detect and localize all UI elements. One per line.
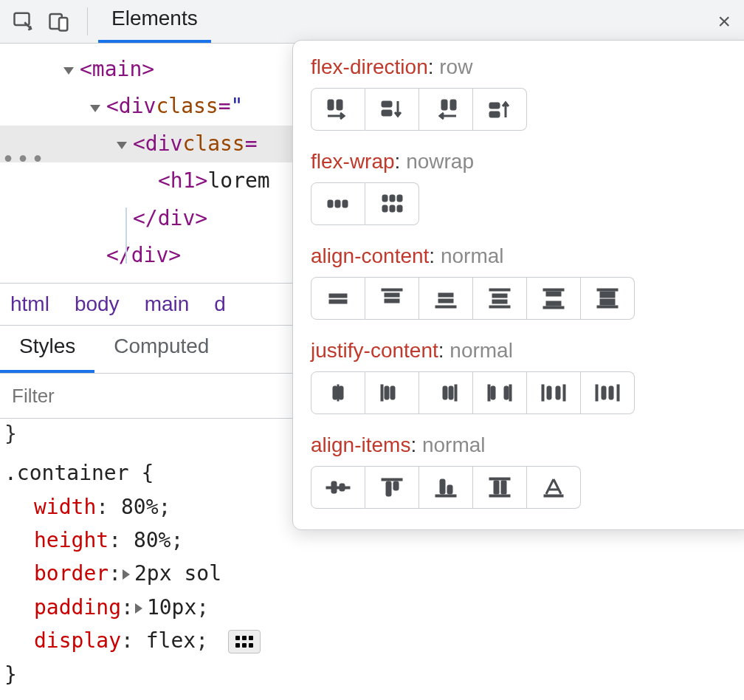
- section-justify-content: justify-content: normal: [311, 339, 739, 414]
- align-content-stretch[interactable]: [581, 277, 635, 320]
- disclosure-triangle-icon[interactable]: [90, 105, 100, 112]
- justify-content-center[interactable]: [311, 371, 365, 414]
- flex-direction-row[interactable]: [311, 88, 365, 131]
- crumb-div[interactable]: d: [214, 292, 226, 316]
- svg-rect-55: [488, 385, 490, 401]
- svg-rect-61: [556, 386, 560, 399]
- svg-rect-40: [546, 301, 561, 306]
- flex-wrap-wrap[interactable]: [365, 182, 419, 225]
- svg-rect-29: [385, 293, 399, 297]
- expand-shorthand-icon[interactable]: [135, 603, 142, 614]
- tab-elements[interactable]: Elements: [98, 0, 211, 43]
- decl-border[interactable]: border:2px sol: [4, 557, 744, 590]
- align-items-flex-end[interactable]: [419, 466, 473, 509]
- svg-rect-69: [340, 484, 345, 491]
- svg-rect-44: [600, 299, 615, 305]
- svg-rect-5: [249, 636, 253, 640]
- svg-rect-39: [546, 292, 561, 296]
- svg-rect-42: [597, 289, 618, 291]
- flex-direction-row-reverse[interactable]: [419, 88, 473, 131]
- svg-rect-78: [501, 481, 506, 494]
- decl-padding[interactable]: padding:10px;: [4, 591, 744, 624]
- device-toolbar-button[interactable]: [41, 6, 77, 37]
- svg-rect-76: [489, 478, 510, 480]
- close-devtools-button[interactable]: ×: [710, 9, 738, 34]
- subtab-computed[interactable]: Computed: [94, 323, 228, 373]
- align-content-space-between[interactable]: [527, 277, 581, 320]
- svg-rect-79: [489, 495, 510, 497]
- svg-rect-22: [397, 195, 402, 202]
- justify-content-space-around[interactable]: [527, 371, 581, 414]
- rule-close-brace: }: [4, 658, 744, 691]
- subtab-styles[interactable]: Styles: [0, 323, 94, 373]
- svg-rect-6: [235, 643, 240, 648]
- align-content-flex-start[interactable]: [365, 277, 419, 320]
- align-items-baseline[interactable]: [527, 466, 581, 509]
- svg-rect-53: [449, 386, 453, 399]
- flex-direction-column-reverse[interactable]: [473, 88, 527, 131]
- svg-rect-36: [492, 300, 507, 303]
- svg-rect-52: [443, 386, 447, 399]
- inspect-element-button[interactable]: [6, 6, 41, 37]
- svg-rect-24: [390, 205, 395, 212]
- svg-rect-26: [329, 294, 347, 298]
- svg-rect-2: [59, 18, 67, 31]
- align-content-space-around[interactable]: [473, 277, 527, 320]
- justify-content-space-between[interactable]: [473, 371, 527, 414]
- section-align-items: align-items: normal: [311, 433, 739, 509]
- svg-rect-38: [543, 289, 564, 291]
- devtools-toolbar: Elements ×: [0, 0, 744, 44]
- svg-rect-45: [597, 306, 618, 308]
- svg-rect-25: [397, 205, 402, 212]
- svg-rect-18: [335, 200, 340, 207]
- crumb-main[interactable]: main: [145, 292, 190, 316]
- disclosure-triangle-icon[interactable]: [117, 142, 127, 149]
- collapsed-ancestors-icon[interactable]: •••: [1, 140, 46, 179]
- svg-rect-14: [450, 100, 456, 110]
- expand-shorthand-icon[interactable]: [123, 569, 130, 580]
- svg-rect-23: [382, 205, 388, 212]
- align-items-flex-start[interactable]: [365, 466, 419, 509]
- justify-content-space-evenly[interactable]: [581, 371, 635, 414]
- svg-rect-28: [382, 289, 402, 291]
- styles-filter-input[interactable]: [0, 374, 297, 418]
- svg-rect-66: [617, 385, 619, 401]
- justify-content-flex-end[interactable]: [419, 371, 473, 414]
- svg-rect-62: [563, 385, 565, 401]
- open-flexbox-editor-button[interactable]: [228, 630, 261, 653]
- decl-display[interactable]: display: flex;: [4, 624, 744, 657]
- align-items-stretch[interactable]: [473, 466, 527, 509]
- rule-selector[interactable]: .container: [4, 461, 129, 485]
- align-content-center[interactable]: [311, 277, 365, 320]
- svg-rect-10: [337, 100, 342, 110]
- svg-rect-17: [328, 200, 333, 207]
- svg-rect-67: [326, 487, 350, 489]
- crumb-body[interactable]: body: [75, 292, 120, 316]
- svg-rect-8: [249, 643, 253, 648]
- svg-rect-65: [609, 386, 613, 399]
- svg-rect-59: [542, 385, 544, 401]
- svg-rect-71: [386, 481, 391, 496]
- flexbox-editor-popover: flex-direction: row flex-wrap: nowrap al…: [292, 40, 744, 530]
- align-content-flex-end[interactable]: [419, 277, 473, 320]
- svg-rect-32: [438, 299, 453, 303]
- tree-thread-line: [125, 207, 127, 264]
- svg-rect-75: [435, 495, 456, 497]
- justify-content-flex-start[interactable]: [365, 371, 419, 414]
- disclosure-triangle-icon[interactable]: [63, 67, 74, 75]
- toolbar-divider: [87, 7, 88, 35]
- svg-rect-27: [329, 300, 347, 303]
- align-items-center[interactable]: [311, 466, 365, 509]
- crumb-html[interactable]: html: [10, 292, 49, 316]
- section-flex-wrap: flex-wrap: nowrap: [311, 150, 739, 225]
- svg-rect-80: [544, 495, 563, 497]
- svg-rect-20: [382, 195, 388, 202]
- flex-wrap-nowrap[interactable]: [311, 182, 365, 225]
- svg-rect-11: [382, 101, 392, 107]
- svg-rect-41: [543, 306, 564, 309]
- svg-rect-54: [455, 385, 457, 401]
- flex-direction-column[interactable]: [365, 88, 419, 131]
- svg-rect-0: [15, 13, 30, 25]
- svg-rect-64: [602, 386, 606, 399]
- svg-rect-37: [489, 306, 510, 308]
